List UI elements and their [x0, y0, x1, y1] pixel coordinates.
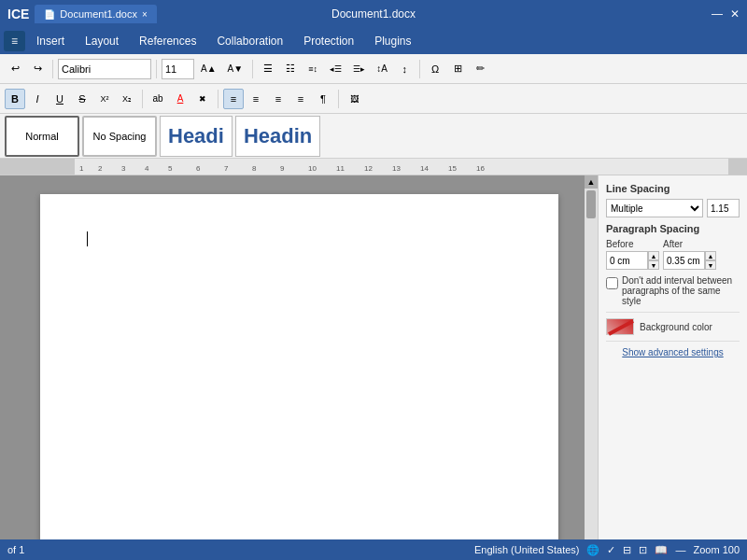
tab-close-button[interactable]: ×: [142, 9, 148, 20]
before-spin-up[interactable]: ▲: [648, 251, 659, 260]
bold-button[interactable]: B: [5, 89, 25, 109]
bg-color-row: Background color: [606, 318, 740, 335]
sort-button[interactable]: ↕A: [372, 59, 392, 79]
before-input-group: ▲ ▼: [606, 251, 659, 270]
text-cursor: [87, 231, 88, 246]
color-swatch-icon: [607, 319, 635, 336]
line-spacing-select[interactable]: Multiple: [606, 199, 703, 217]
app-name: ICE: [7, 7, 29, 21]
before-spinner: ▲ ▼: [648, 251, 659, 270]
line-spacing-value-input[interactable]: [707, 199, 740, 217]
style-no-spacing-button[interactable]: No Spacing: [82, 116, 157, 157]
decrease-indent-button[interactable]: ◂☰: [325, 59, 346, 79]
image-button[interactable]: 🖼: [344, 89, 364, 109]
align-center-button[interactable]: ≡: [246, 89, 266, 109]
font-size-input[interactable]: [162, 59, 194, 79]
strikethrough-button[interactable]: S: [72, 89, 92, 109]
track-changes-icon[interactable]: ⊟: [623, 544, 631, 556]
numbering-button[interactable]: ☷: [280, 59, 301, 79]
undo-button[interactable]: ↩: [5, 59, 25, 79]
after-value-input[interactable]: [663, 251, 705, 270]
before-spin-down[interactable]: ▼: [648, 260, 659, 270]
bg-color-label: Background color: [640, 322, 712, 332]
status-bar-right: English (United States) 🌐 ✓ ⊟ ⊡ 📖 — Zoom…: [474, 544, 740, 556]
fit-page-icon[interactable]: ⊡: [639, 544, 647, 556]
before-col: Before ▲ ▼: [606, 239, 659, 270]
font-size-decrease-button[interactable]: A▼: [223, 59, 248, 79]
read-mode-icon[interactable]: 📖: [655, 544, 668, 556]
after-spin-down[interactable]: ▼: [705, 260, 716, 270]
menu-item-file[interactable]: ≡: [4, 31, 25, 51]
before-value-input[interactable]: [606, 251, 648, 270]
panel-divider-1: [606, 312, 740, 313]
special-chars-button[interactable]: Ω: [425, 59, 445, 79]
bg-color-swatch[interactable]: [606, 318, 634, 335]
style-heading1-button[interactable]: Headi: [160, 116, 233, 157]
after-spin-up[interactable]: ▲: [705, 251, 716, 260]
close-button[interactable]: ✕: [730, 7, 740, 21]
align-left-button[interactable]: ≡: [223, 89, 244, 109]
line-spacing-button[interactable]: ↕: [394, 59, 415, 79]
align-right-button[interactable]: ≡: [268, 89, 289, 109]
zoom-separator: —: [675, 544, 685, 555]
paragraph-spacing-row: Before ▲ ▼ After ▲ ▼: [606, 239, 740, 270]
advanced-settings-link[interactable]: Show advanced settings: [606, 347, 740, 357]
no-interval-row: Don't add interval between paragraphs of…: [606, 275, 740, 306]
document-page[interactable]: [40, 194, 558, 560]
style-heading2-button[interactable]: Headin: [235, 116, 320, 157]
borders-button[interactable]: ⊞: [447, 59, 468, 79]
title-bar: ICE 📄 Document1.docx × Document1.docx — …: [0, 0, 747, 28]
redo-button[interactable]: ↪: [27, 59, 48, 79]
toolbar-row-1: ↩ ↪ A▲ A▼ ☰ ☷ ≡↕ ◂☰ ☰▸ ↕A ↕ Ω ⊞ ✏: [0, 54, 747, 84]
separator-1: [52, 60, 53, 78]
page-info: of 1: [7, 544, 24, 555]
paragraph-spacing-title: Paragraph Spacing: [606, 223, 740, 234]
show-paragraph-button[interactable]: ¶: [313, 89, 333, 109]
scroll-up-button[interactable]: ▲: [585, 175, 598, 189]
ruler: 1 2 3 4 5 6 7 8 9 10 11 12 13 14 15 16: [0, 159, 747, 175]
bullets-button[interactable]: ☰: [258, 59, 278, 79]
no-interval-checkbox[interactable]: [606, 277, 618, 289]
scrollbar-vertical[interactable]: ▲ ▼: [585, 175, 598, 560]
multilevel-button[interactable]: ≡↕: [303, 59, 323, 79]
font-size-increase-button[interactable]: A▲: [196, 59, 221, 79]
increase-indent-button[interactable]: ☰▸: [348, 59, 370, 79]
justify-button[interactable]: ≡: [290, 89, 311, 109]
separator-7: [338, 90, 339, 108]
font-name-input[interactable]: [58, 59, 151, 79]
main-area: ▲ ▼ Line Spacing Multiple Paragraph Spac…: [0, 175, 747, 560]
style-normal-button[interactable]: Normal: [5, 116, 79, 157]
menu-item-plugins[interactable]: Plugins: [365, 31, 420, 51]
after-input-group: ▲ ▼: [663, 251, 716, 270]
menu-item-layout[interactable]: Layout: [76, 31, 128, 51]
document-area[interactable]: ▲ ▼: [0, 175, 598, 560]
separator-3: [252, 60, 253, 78]
italic-button[interactable]: I: [27, 89, 48, 109]
superscript-button[interactable]: X²: [94, 89, 115, 109]
underline-button[interactable]: U: [49, 89, 70, 109]
minimize-button[interactable]: —: [712, 7, 723, 21]
menu-item-insert[interactable]: Insert: [27, 31, 74, 51]
line-spacing-row: Multiple: [606, 199, 740, 217]
language-label[interactable]: English (United States): [474, 544, 580, 555]
font-color-button[interactable]: A: [170, 89, 190, 109]
paint-format-button[interactable]: ✏: [470, 59, 490, 79]
line-spacing-title: Line Spacing: [606, 183, 740, 194]
after-col: After ▲ ▼: [663, 239, 716, 270]
scroll-thumb[interactable]: [586, 190, 596, 218]
spell-check-icon[interactable]: ✓: [607, 544, 615, 556]
document-tab[interactable]: 📄 Document1.docx ×: [35, 5, 156, 23]
menu-item-references[interactable]: References: [130, 31, 205, 51]
panel-divider-2: [606, 341, 740, 342]
tab-icon: 📄: [44, 9, 55, 20]
menu-item-protection[interactable]: Protection: [294, 31, 363, 51]
clear-formatting-button[interactable]: ✖: [192, 89, 213, 109]
menu-bar: ≡ Insert Layout References Collaboration…: [0, 28, 747, 54]
subscript-button[interactable]: X₂: [117, 89, 137, 109]
highlight-button[interactable]: ab: [148, 89, 168, 109]
menu-item-collaboration[interactable]: Collaboration: [207, 31, 292, 51]
no-interval-label: Don't add interval between paragraphs of…: [622, 275, 740, 306]
separator-4: [419, 60, 420, 78]
status-bar: of 1 English (United States) 🌐 ✓ ⊟ ⊡ 📖 —…: [0, 539, 747, 560]
window-title: Document1.docx: [331, 7, 416, 21]
